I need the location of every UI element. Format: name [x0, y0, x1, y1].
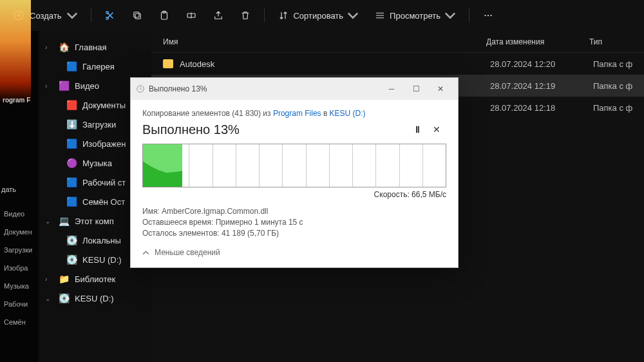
folder-icon	[163, 59, 173, 68]
row-type: Папка с ф	[593, 59, 644, 69]
nav-label: KESU (D:)	[75, 294, 114, 303]
strip-item[interactable]: Загрузки	[0, 241, 39, 259]
nav-label: Загрузки	[82, 120, 116, 129]
nav-label: Главная	[75, 43, 106, 52]
nav-icon: 💽	[66, 234, 77, 246]
nav-item[interactable]: ›🏠Главная	[41, 37, 149, 57]
nav-label: Библиотек	[75, 274, 115, 284]
nav-icon: 🏠	[58, 41, 70, 53]
rename-button[interactable]	[179, 4, 204, 27]
strip-item[interactable]: Музыка	[0, 277, 39, 295]
dest-link[interactable]: KESU (D:)	[330, 109, 366, 118]
items-remaining-line: Осталось элементов: 41 189 (5,70 ГБ)	[142, 229, 446, 238]
chevron-down-icon	[444, 10, 456, 21]
copy-dialog: Выполнено 13% ─ ☐ ✕ Копирование элементо…	[130, 77, 459, 268]
chevron-icon: ›	[45, 276, 53, 283]
cut-button[interactable]	[98, 4, 122, 27]
nav-item[interactable]: ⌄💽KESU (D:)	[41, 289, 149, 308]
speed-chart	[142, 144, 446, 187]
row-type: Папка с ф	[593, 81, 644, 91]
chevron-down-icon	[347, 10, 359, 21]
sort-icon	[278, 10, 289, 21]
view-icon	[374, 10, 386, 21]
dialog-title: Выполнено 13%	[149, 84, 207, 93]
row-date: 28.07.2024 12:20	[490, 59, 593, 69]
nav-icon: 💽	[66, 254, 77, 265]
chevron-up-icon	[142, 249, 149, 256]
separator	[469, 8, 469, 23]
minimize-button[interactable]: ─	[379, 80, 404, 98]
nav-icon: 📁	[58, 273, 70, 285]
nav-label: Этот комп	[75, 216, 114, 226]
trash-icon	[240, 10, 251, 21]
source-line: Копирование элементов (41 830) из Progra…	[142, 109, 446, 118]
nav-icon: 🟦	[66, 196, 77, 207]
paste-icon	[158, 10, 170, 21]
more-button[interactable]	[476, 4, 500, 27]
row-date: 28.07.2024 12:19	[490, 81, 593, 91]
separator	[91, 8, 91, 23]
column-headers: Имя Дата изменения Тип	[151, 31, 644, 53]
time-remaining-line: Оставшееся время: Примерно 1 минута 15 с	[142, 218, 446, 227]
view-label: Просмотреть	[390, 11, 440, 21]
chevron-icon: ⌄	[45, 218, 53, 225]
col-name[interactable]: Имя	[151, 37, 486, 46]
strip-item[interactable]: Изобра	[0, 259, 39, 277]
copy-icon	[131, 10, 143, 21]
cut-icon	[104, 10, 116, 21]
chevron-icon: ›	[45, 44, 53, 51]
nav-icon: 💽	[58, 292, 70, 304]
row-type: Папка с ф	[593, 103, 644, 113]
svg-rect-4	[134, 12, 139, 17]
cancel-button[interactable]: ✕	[427, 120, 446, 138]
address-fragment: rogram F	[3, 97, 30, 104]
source-link[interactable]: Program Files	[273, 109, 321, 118]
nav-label: Локальны	[82, 236, 121, 245]
sort-label: Сортировать	[293, 11, 343, 21]
close-button[interactable]: ✕	[428, 80, 453, 98]
nav-icon: 🟦	[66, 61, 77, 72]
pause-button[interactable]: Ⅱ	[408, 120, 427, 138]
nav-icon: ⬇️	[66, 119, 77, 130]
delete-button[interactable]	[233, 4, 258, 27]
svg-point-10	[490, 15, 491, 16]
nav-icon: 💻	[58, 215, 70, 227]
chevron-icon: ⌄	[45, 295, 53, 302]
file-row[interactable]: Autodesk28.07.2024 12:20Папка с ф	[151, 53, 644, 75]
chevron-down-icon	[66, 10, 78, 21]
desktop-wallpaper	[0, 0, 31, 103]
nav-label: Семён Ост	[82, 197, 125, 207]
progress-heading: Выполнено 13%	[142, 122, 408, 137]
sort-button[interactable]: Сортировать	[271, 4, 365, 27]
nav-label: Видео	[75, 81, 99, 91]
titlebar[interactable]: Выполнено 13% ─ ☐ ✕	[131, 78, 458, 100]
strip-item[interactable]: Семён	[0, 313, 39, 331]
svg-rect-3	[135, 14, 140, 19]
nav-item[interactable]: 🟦Галерея	[41, 57, 149, 76]
new-label: Создать	[30, 11, 61, 21]
fewer-details-toggle[interactable]: Меньше сведений	[142, 248, 446, 257]
nav-label: Изображен	[82, 139, 126, 149]
nav-label: KESU (D:)	[82, 255, 122, 265]
dots-icon	[482, 10, 494, 21]
copy-button[interactable]	[125, 4, 149, 27]
strip-item[interactable]: Видео	[0, 205, 39, 223]
share-button[interactable]	[206, 4, 231, 27]
nav-label: Рабочий ст	[82, 178, 126, 187]
separator	[264, 8, 265, 23]
view-button[interactable]: Просмотреть	[368, 4, 462, 27]
col-date[interactable]: Дата изменения	[486, 37, 589, 46]
clock-icon	[136, 84, 145, 93]
speed-readout: Скорость: 66,5 МБ/с	[142, 190, 446, 199]
nav-item[interactable]: ›📁Библиотек	[41, 269, 149, 289]
strip-item[interactable]: Докумен	[0, 223, 39, 241]
nav-icon: 🟣	[66, 157, 77, 169]
nav-label: Музыка	[82, 158, 112, 168]
col-type[interactable]: Тип	[589, 37, 644, 46]
paste-button[interactable]	[152, 4, 176, 27]
file-name-line: Имя: AmberCore.Igmap.Common.dll	[142, 207, 446, 216]
nav-icon: 🟦	[66, 138, 77, 149]
maximize-button[interactable]: ☐	[404, 80, 428, 98]
strip-item[interactable]: Рабочи	[0, 295, 39, 313]
row-name: Autodesk	[180, 59, 490, 69]
